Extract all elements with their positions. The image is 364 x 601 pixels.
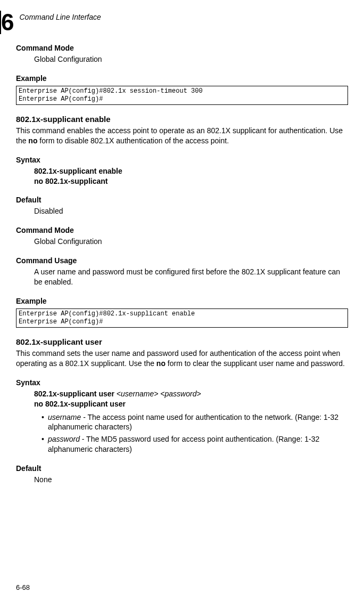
default-text: None [34, 475, 348, 485]
parameter-list: username - The access point name used fo… [42, 412, 348, 455]
chapter-number: 6 [1, 11, 14, 34]
command-mode-heading: Command Mode [16, 44, 348, 52]
default-text: Disabled [34, 206, 348, 216]
page-header: 6 Command Line Interface [1, 11, 348, 34]
param-name: username [48, 413, 81, 421]
command-mode-heading: Command Mode [16, 226, 348, 234]
command-mode-text: Global Configuration [34, 54, 348, 64]
desc-post: form to clear the supplicant user name a… [166, 359, 345, 368]
command-usage-text: A user name and password must be configu… [34, 267, 348, 287]
default-heading: Default [16, 196, 348, 204]
list-item: password - The MD5 password used for acc… [42, 434, 348, 454]
param-desc: - The access point name used for authent… [48, 413, 338, 432]
syntax-i1: <username> <password> [117, 389, 201, 398]
syntax-line1: 802.1x-supplicant enable [34, 167, 122, 175]
syntax-heading: Syntax [16, 378, 348, 387]
code-block: Enterprise AP(config)#802.1x session-tim… [16, 86, 348, 105]
section-title-supplicant-enable: 802.1x-supplicant enable [16, 115, 348, 124]
section-description: This command enables the access point to… [16, 126, 348, 146]
syntax-line2: no 802.1x-supplicant user [34, 400, 126, 408]
param-name: password [48, 435, 80, 443]
syntax-text: 802.1x-supplicant user <username> <passw… [34, 389, 348, 409]
desc-post: form to disable 802.1X authentication of… [37, 136, 229, 145]
syntax-heading: Syntax [16, 156, 348, 164]
example-heading: Example [16, 297, 348, 305]
command-mode-text: Global Configuration [34, 237, 348, 247]
syntax-b1: 802.1x-supplicant user [34, 389, 117, 398]
page-number: 6-68 [16, 583, 30, 591]
desc-bold: no [156, 359, 166, 368]
list-item: username - The access point name used fo… [42, 412, 348, 433]
syntax-text: 802.1x-supplicant enable no 802.1x-suppl… [34, 166, 348, 186]
syntax-line2: no 802.1x-supplicant [34, 177, 107, 185]
desc-bold: no [28, 136, 37, 145]
header-title: Command Line Interface [19, 13, 101, 21]
default-heading: Default [16, 464, 348, 473]
param-desc: - The MD5 password used for access point… [48, 435, 319, 453]
command-usage-heading: Command Usage [16, 256, 348, 265]
example-heading: Example [16, 74, 348, 83]
section-title-supplicant-user: 802.1x-supplicant user [16, 337, 348, 346]
code-block: Enterprise AP(config)#802.1x-supplicant … [16, 308, 348, 328]
section-description: This command sets the user name and pass… [16, 348, 348, 369]
